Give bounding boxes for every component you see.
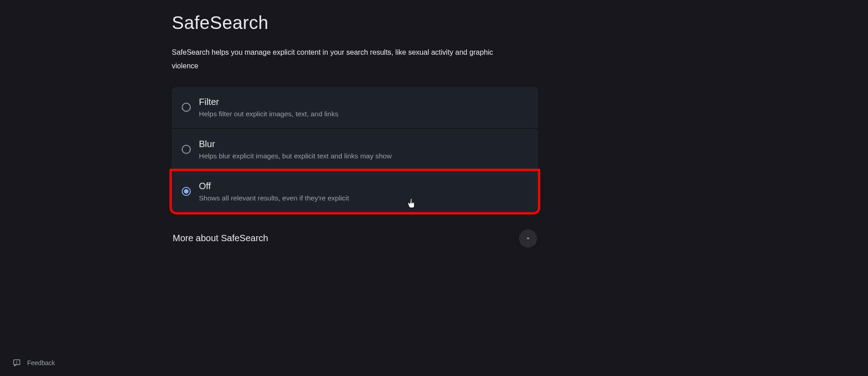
feedback-icon (13, 359, 21, 367)
chevron-down-icon (519, 229, 537, 247)
feedback-button[interactable]: Feedback (13, 359, 55, 367)
option-off-desc: Shows all relevant results, even if they… (199, 194, 528, 202)
page-title: SafeSearch (172, 13, 538, 33)
page-description: SafeSearch helps you manage explicit con… (172, 46, 520, 73)
option-filter[interactable]: Filter Helps filter out explicit images,… (172, 87, 538, 128)
option-off-label: Off (199, 181, 528, 191)
svg-point-2 (17, 363, 17, 364)
option-off[interactable]: Off Shows all relevant results, even if … (172, 171, 538, 212)
safesearch-options: Filter Helps filter out explicit images,… (172, 87, 538, 212)
radio-off[interactable] (182, 187, 191, 196)
radio-filter[interactable] (182, 103, 191, 112)
more-about-safesearch[interactable]: More about SafeSearch (172, 226, 538, 251)
option-blur[interactable]: Blur Helps blur explicit images, but exp… (172, 129, 538, 170)
feedback-label: Feedback (27, 359, 55, 366)
option-blur-label: Blur (199, 139, 528, 149)
radio-blur[interactable] (182, 145, 191, 154)
option-filter-desc: Helps filter out explicit images, text, … (199, 110, 528, 118)
more-label: More about SafeSearch (173, 233, 268, 243)
option-filter-label: Filter (199, 97, 528, 107)
option-blur-desc: Helps blur explicit images, but explicit… (199, 152, 528, 160)
